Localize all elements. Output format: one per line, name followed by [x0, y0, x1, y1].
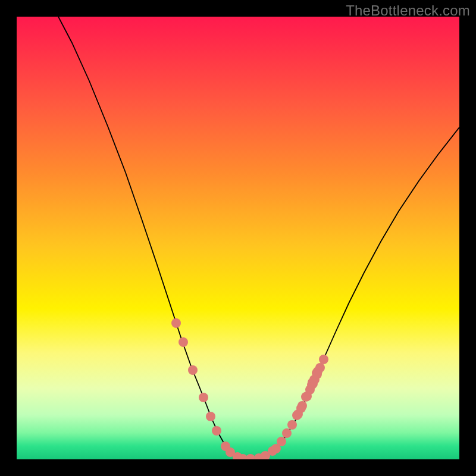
data-point — [292, 411, 302, 420]
curve-right — [243, 127, 459, 459]
data-point — [277, 437, 286, 446]
data-point — [178, 337, 188, 347]
chart-svg — [17, 17, 459, 459]
data-point — [301, 392, 311, 402]
data-point — [199, 393, 208, 402]
chart-frame — [17, 17, 459, 459]
data-point — [282, 428, 292, 438]
scatter-left — [171, 318, 277, 459]
data-point — [319, 355, 328, 364]
data-point — [171, 318, 181, 328]
data-point — [206, 412, 215, 421]
data-point — [287, 420, 297, 430]
watermark-text: TheBottleneck.com — [346, 2, 470, 19]
scatter-right — [271, 355, 328, 453]
data-point — [212, 426, 221, 436]
data-point — [246, 454, 255, 459]
curve-left — [58, 17, 243, 459]
data-point — [188, 365, 198, 375]
data-point — [312, 369, 322, 379]
